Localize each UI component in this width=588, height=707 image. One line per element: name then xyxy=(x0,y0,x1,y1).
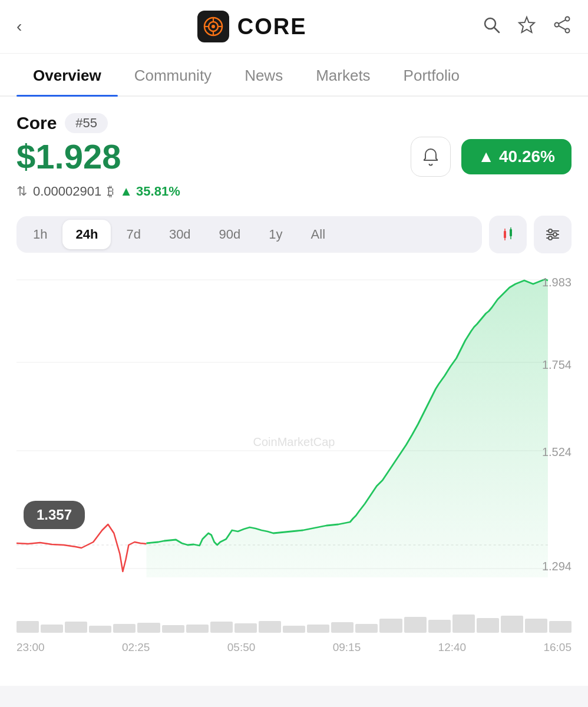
x-axis-labels: 23:00 02:25 05:50 09:15 12:40 16:05 xyxy=(16,636,572,654)
coin-name-rank: Core #55 xyxy=(16,113,108,133)
volume-section: 23:00 02:25 05:50 09:15 12:40 16:05 xyxy=(16,613,572,670)
x-label-3: 05:50 xyxy=(227,641,256,654)
vol-bar xyxy=(113,624,136,633)
btc-price: 0.00002901 xyxy=(33,184,101,199)
vol-bar xyxy=(355,624,378,633)
app-header: ‹ CORE xyxy=(0,0,588,54)
vol-bar xyxy=(186,625,209,633)
vol-bar xyxy=(210,622,233,633)
alert-button[interactable] xyxy=(411,137,451,177)
svg-line-14 xyxy=(559,25,565,29)
x-label-2: 02:25 xyxy=(122,641,150,654)
filter-30d[interactable]: 30d xyxy=(156,220,204,249)
change-arrow: ▲ xyxy=(478,147,494,166)
header-right xyxy=(482,15,572,38)
main-content: Core #55 $1.928 ▲ 40.26% ⇅ 0.00002901 ₿ … xyxy=(0,97,588,686)
chart-tooltip: 1.357 xyxy=(24,501,85,529)
y-label-3: 1.524 xyxy=(542,445,572,459)
vol-bar xyxy=(162,625,184,633)
y-label-2: 1.754 xyxy=(542,358,572,372)
x-label-4: 09:15 xyxy=(333,641,361,654)
vol-bar xyxy=(452,615,475,633)
search-icon[interactable] xyxy=(482,15,501,38)
candlestick-button[interactable] xyxy=(489,216,527,253)
rank-badge: #55 xyxy=(65,113,108,133)
vol-bar xyxy=(549,621,572,633)
filter-all[interactable]: All xyxy=(298,220,338,249)
time-pills: 1h 24h 7d 30d 90d 1y All xyxy=(16,216,482,253)
price-row: $1.928 ▲ 40.26% xyxy=(16,137,572,177)
chart-svg xyxy=(16,271,572,613)
vol-bar xyxy=(331,622,354,633)
price-chart: 1.983 1.754 1.524 1.294 CoinMarketCap 1.… xyxy=(16,271,572,613)
vol-bar xyxy=(525,619,547,633)
svg-point-10 xyxy=(566,16,570,21)
btc-symbol: ₿ xyxy=(107,184,114,199)
change-value: 40.26% xyxy=(499,147,555,166)
svg-point-11 xyxy=(555,22,559,27)
x-label-6: 16:05 xyxy=(543,641,572,654)
btc-price-row: ⇅ 0.00002901 ₿ ▲ 35.81% xyxy=(16,184,572,199)
header-left: ‹ xyxy=(16,18,22,35)
svg-marker-9 xyxy=(519,17,534,32)
svg-rect-18 xyxy=(510,229,512,236)
tab-news[interactable]: News xyxy=(228,54,299,95)
vol-bar xyxy=(501,616,523,633)
filter-1y[interactable]: 1y xyxy=(256,220,295,249)
tab-community[interactable]: Community xyxy=(118,54,228,95)
vol-bar xyxy=(41,625,63,633)
svg-point-26 xyxy=(549,236,552,240)
filter-24h[interactable]: 24h xyxy=(62,220,111,249)
time-filter-row: 1h 24h 7d 30d 90d 1y All xyxy=(16,216,572,253)
tab-overview[interactable]: Overview xyxy=(16,54,118,95)
coin-price: $1.928 xyxy=(16,138,121,176)
back-button[interactable]: ‹ xyxy=(16,18,22,35)
volume-bars xyxy=(16,613,572,636)
vol-bar xyxy=(137,623,160,633)
coin-logo xyxy=(197,11,229,42)
vol-bar xyxy=(477,618,499,633)
y-label-1: 1.983 xyxy=(542,276,572,289)
core-logo-icon xyxy=(203,16,224,37)
coin-ticker: CORE xyxy=(237,14,307,39)
share-icon[interactable] xyxy=(553,15,572,38)
y-label-4: 1.294 xyxy=(542,560,572,573)
vol-bar xyxy=(234,623,257,633)
svg-rect-15 xyxy=(504,231,506,238)
btc-change: ▲ 35.81% xyxy=(120,184,180,199)
vol-bar xyxy=(16,621,39,633)
vol-bar xyxy=(379,619,402,633)
svg-point-24 xyxy=(549,229,552,233)
tab-markets[interactable]: Markets xyxy=(299,54,387,95)
svg-line-13 xyxy=(559,19,565,23)
star-icon[interactable] xyxy=(517,15,536,38)
svg-marker-32 xyxy=(146,279,547,577)
coin-name: Core xyxy=(16,113,57,133)
x-label-1: 23:00 xyxy=(16,641,45,654)
vol-bar xyxy=(259,621,281,633)
svg-point-12 xyxy=(566,28,570,32)
vol-bar xyxy=(283,626,305,633)
chart-settings-button[interactable] xyxy=(534,216,572,253)
header-center: CORE xyxy=(197,11,307,42)
filter-90d[interactable]: 90d xyxy=(206,220,254,249)
vol-bar xyxy=(307,625,329,633)
price-change-badge: ▲ 40.26% xyxy=(461,139,572,174)
vol-bar xyxy=(404,617,427,633)
coin-header-row: Core #55 xyxy=(16,113,572,133)
svg-point-25 xyxy=(553,233,557,236)
btc-arrows-icon: ⇅ xyxy=(16,184,27,199)
vol-bar xyxy=(89,626,111,633)
svg-point-2 xyxy=(212,25,215,28)
filter-7d[interactable]: 7d xyxy=(113,220,153,249)
x-label-5: 12:40 xyxy=(438,641,467,654)
filter-1h[interactable]: 1h xyxy=(20,220,60,249)
nav-tabs: Overview Community News Markets Portfoli… xyxy=(0,54,588,97)
vol-bar xyxy=(65,622,87,633)
vol-bar xyxy=(428,620,451,633)
tab-portfolio[interactable]: Portfolio xyxy=(387,54,476,95)
svg-line-8 xyxy=(494,28,499,32)
